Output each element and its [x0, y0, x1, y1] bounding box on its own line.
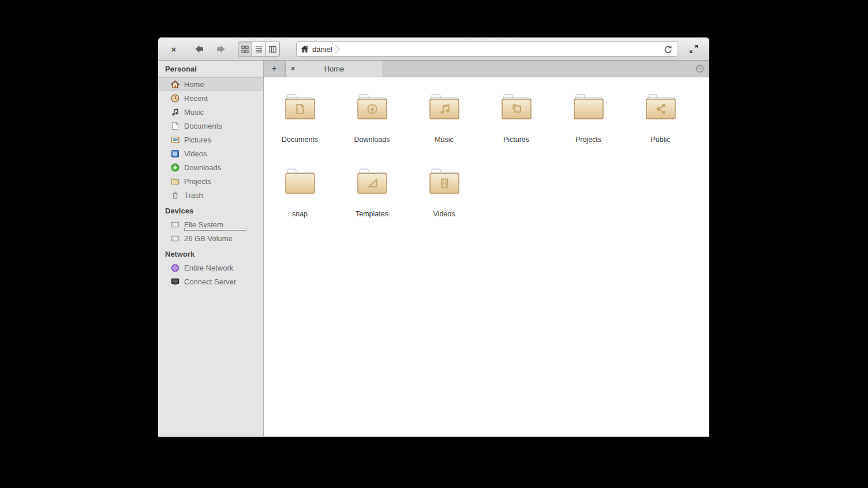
disk-usage-bar [184, 228, 246, 231]
sidebar-item-label: Pictures [184, 136, 211, 144]
column-view-icon [268, 45, 277, 54]
document-icon [170, 121, 180, 131]
pictures-icon [170, 135, 180, 145]
sidebar-item-label: Music [184, 108, 204, 117]
folder-icon [428, 93, 461, 123]
sidebar-item-music[interactable]: Music [158, 105, 263, 119]
forward-arrow-icon [215, 43, 227, 55]
disk-icon [170, 220, 180, 230]
tab-label: Home [286, 65, 383, 73]
folder-label: Templates [356, 210, 388, 218]
trash-icon [170, 190, 180, 200]
sidebar-item-label: Downloads [184, 163, 221, 172]
tab-home[interactable]: ×Home [285, 61, 383, 77]
tab-history-button[interactable] [690, 61, 709, 77]
sidebar-item-label: Recent [184, 94, 208, 103]
back-button[interactable] [192, 42, 207, 57]
back-arrow-icon [193, 43, 205, 55]
sidebar-item-projects[interactable]: Projects [158, 174, 263, 188]
sidebar-header-personal: Personal [158, 61, 263, 77]
folder-icon [283, 93, 317, 123]
breadcrumb-label: daniel [312, 45, 332, 54]
folder-icon [428, 167, 461, 197]
folder-icon [283, 167, 317, 197]
folder-label: Downloads [354, 136, 390, 144]
window-close-button[interactable]: × [167, 43, 180, 55]
folder-item-public[interactable]: Public [624, 93, 697, 167]
column-view-button[interactable] [266, 42, 280, 57]
refresh-icon [663, 44, 673, 54]
downloads-icon [170, 163, 180, 172]
sidebar-item-recent[interactable]: Recent [158, 91, 263, 105]
sidebar-item-label: 26 GB Volume [184, 234, 233, 243]
sidebar: PersonalHomeRecentMusicDocumentsPictures… [158, 61, 264, 436]
window-body: PersonalHomeRecentMusicDocumentsPictures… [158, 61, 709, 436]
folder-icon [356, 167, 389, 197]
music-icon [170, 107, 180, 117]
list-view-icon [255, 45, 263, 54]
sidebar-item-label: Entire Network [184, 264, 233, 272]
sidebar-item-downloads[interactable]: Downloads [158, 160, 263, 174]
sidebar-item-home[interactable]: Home [158, 77, 263, 91]
folder-icon [500, 93, 533, 123]
sidebar-item-pictures[interactable]: Pictures [158, 133, 263, 147]
tab-close-button[interactable]: × [291, 61, 295, 77]
home-icon [170, 80, 180, 89]
fullscreen-button[interactable] [686, 42, 701, 57]
sidebar-item-documents[interactable]: Documents [158, 119, 263, 133]
folder-icon [572, 93, 605, 123]
server-icon [170, 277, 180, 287]
folder-icon [170, 177, 180, 186]
sidebar-item-label: Videos [184, 149, 207, 158]
sidebar-item-label: Home [184, 80, 204, 89]
disk-icon [170, 234, 180, 243]
sidebar-item-label: Connect Server [184, 277, 236, 286]
folder-label: Videos [433, 210, 455, 218]
folder-item-snap[interactable]: snap [264, 167, 336, 242]
sidebar-item-trash[interactable]: Trash [158, 188, 263, 202]
file-manager-window: × [158, 37, 709, 437]
history-icon [694, 63, 705, 74]
sidebar-item-entire-network[interactable]: Entire Network [158, 261, 263, 275]
refresh-button[interactable] [661, 43, 674, 55]
grid-view-button[interactable] [238, 42, 252, 57]
tab-bar: + ×Home [264, 61, 709, 77]
folder-label: Documents [282, 136, 318, 144]
videos-icon [170, 149, 180, 159]
new-tab-button[interactable]: + [264, 61, 285, 77]
folder-item-videos[interactable]: Videos [408, 167, 480, 242]
path-bar[interactable]: daniel [296, 42, 678, 57]
sidebar-item-26-gb-volume[interactable]: 26 GB Volume [158, 231, 263, 245]
breadcrumb[interactable]: daniel [300, 44, 341, 54]
folder-item-downloads[interactable]: Downloads [336, 93, 408, 167]
tab-bar-spacer [383, 61, 690, 77]
folder-item-templates[interactable]: Templates [336, 167, 408, 242]
list-view-button[interactable] [252, 42, 266, 57]
folder-item-projects[interactable]: Projects [552, 93, 624, 167]
folder-item-pictures[interactable]: Pictures [480, 93, 552, 167]
main-pane: + ×Home DocumentsDownloadsMusicPicturesP… [264, 61, 709, 436]
folder-item-music[interactable]: Music [408, 93, 480, 167]
network-icon [170, 263, 180, 273]
toolbar: × [158, 37, 709, 61]
folder-label: Pictures [503, 136, 529, 144]
sidebar-item-file-system[interactable]: File System [158, 217, 263, 231]
forward-button[interactable] [214, 42, 229, 57]
grid-view-icon [241, 45, 249, 54]
sidebar-item-label: Projects [184, 177, 211, 186]
sidebar-item-videos[interactable]: Videos [158, 147, 263, 160]
folder-icon [644, 93, 678, 123]
view-switcher [238, 42, 280, 57]
sidebar-item-label: Trash [184, 191, 203, 200]
sidebar-header-network: Network [158, 246, 263, 261]
folder-label: Projects [575, 136, 601, 144]
sidebar-item-connect-server[interactable]: Connect Server [158, 275, 263, 288]
sidebar-item-label: Documents [184, 122, 222, 130]
expand-icon [689, 44, 699, 54]
folder-label: Public [650, 136, 670, 144]
chevron-right-icon [335, 44, 341, 54]
folder-label: snap [292, 210, 308, 218]
folder-label: Music [435, 136, 454, 144]
home-icon [300, 44, 309, 54]
folder-item-documents[interactable]: Documents [264, 93, 336, 167]
